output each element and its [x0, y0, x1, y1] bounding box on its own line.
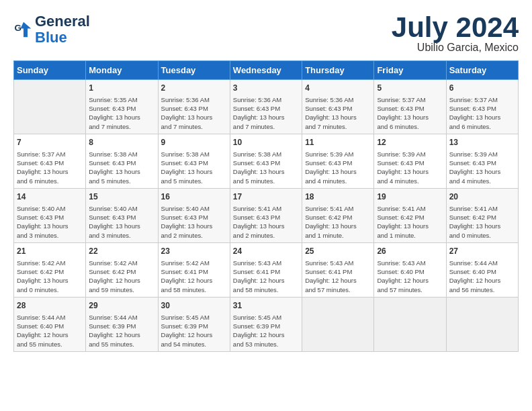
day-number: 31: [233, 300, 299, 312]
calendar-cell: [14, 80, 86, 134]
day-info: Sunrise: 5:44 AM Sunset: 6:39 PM Dayligh…: [89, 313, 154, 349]
calendar-cell: [374, 297, 446, 351]
day-info: Sunrise: 5:38 AM Sunset: 6:43 PM Dayligh…: [161, 150, 227, 185]
calendar-table: SundayMondayTuesdayWednesdayThursdayFrid…: [13, 60, 519, 352]
calendar-cell: 16Sunrise: 5:40 AM Sunset: 6:43 PM Dayli…: [158, 188, 230, 242]
day-number: 25: [305, 246, 371, 257]
calendar-cell: 7Sunrise: 5:37 AM Sunset: 6:43 PM Daylig…: [14, 134, 86, 188]
day-info: Sunrise: 5:41 AM Sunset: 6:42 PM Dayligh…: [377, 204, 443, 240]
calendar-cell: 13Sunrise: 5:39 AM Sunset: 6:43 PM Dayli…: [446, 134, 518, 188]
day-info: Sunrise: 5:44 AM Sunset: 6:40 PM Dayligh…: [449, 259, 515, 294]
day-number: 19: [377, 191, 443, 203]
day-info: Sunrise: 5:43 AM Sunset: 6:41 PM Dayligh…: [305, 259, 371, 294]
day-number: 16: [161, 191, 227, 203]
calendar-cell: 1Sunrise: 5:35 AM Sunset: 6:43 PM Daylig…: [86, 80, 158, 134]
calendar-cell: 23Sunrise: 5:42 AM Sunset: 6:41 PM Dayli…: [158, 242, 230, 297]
day-number: 13: [449, 137, 515, 148]
day-header-wednesday: Wednesday: [230, 61, 302, 80]
day-info: Sunrise: 5:36 AM Sunset: 6:43 PM Dayligh…: [305, 95, 371, 131]
calendar-cell: [446, 297, 518, 351]
day-info: Sunrise: 5:38 AM Sunset: 6:43 PM Dayligh…: [89, 150, 154, 185]
day-number: 8: [89, 137, 154, 148]
day-number: 3: [233, 83, 299, 94]
calendar-header-row: SundayMondayTuesdayWednesdayThursdayFrid…: [14, 61, 519, 80]
calendar-week-row: 7Sunrise: 5:37 AM Sunset: 6:43 PM Daylig…: [14, 134, 519, 188]
calendar-cell: 27Sunrise: 5:44 AM Sunset: 6:40 PM Dayli…: [446, 242, 518, 297]
calendar-cell: [302, 297, 374, 351]
calendar-week-row: 1Sunrise: 5:35 AM Sunset: 6:43 PM Daylig…: [14, 80, 519, 134]
logo-text: General Blue: [35, 13, 90, 46]
calendar-cell: 5Sunrise: 5:37 AM Sunset: 6:43 PM Daylig…: [374, 80, 446, 134]
calendar-cell: 15Sunrise: 5:40 AM Sunset: 6:43 PM Dayli…: [86, 188, 158, 242]
day-info: Sunrise: 5:41 AM Sunset: 6:42 PM Dayligh…: [449, 204, 515, 240]
day-info: Sunrise: 5:40 AM Sunset: 6:43 PM Dayligh…: [17, 204, 83, 240]
day-number: 21: [17, 246, 83, 257]
day-number: 15: [89, 191, 154, 203]
day-info: Sunrise: 5:39 AM Sunset: 6:43 PM Dayligh…: [449, 150, 515, 185]
logo: G General Blue: [13, 13, 90, 46]
day-info: Sunrise: 5:42 AM Sunset: 6:41 PM Dayligh…: [161, 259, 227, 294]
day-info: Sunrise: 5:44 AM Sunset: 6:40 PM Dayligh…: [17, 313, 83, 349]
day-number: 29: [89, 300, 154, 312]
calendar-cell: 22Sunrise: 5:42 AM Sunset: 6:42 PM Dayli…: [86, 242, 158, 297]
day-number: 12: [377, 137, 443, 148]
location-subtitle: Ubilio Garcia, Mexico: [392, 42, 519, 54]
day-number: 7: [17, 137, 83, 148]
day-number: 4: [305, 83, 371, 94]
day-info: Sunrise: 5:37 AM Sunset: 6:43 PM Dayligh…: [377, 95, 443, 131]
day-number: 11: [305, 137, 371, 148]
day-info: Sunrise: 5:41 AM Sunset: 6:42 PM Dayligh…: [305, 204, 371, 240]
day-header-sunday: Sunday: [14, 61, 86, 80]
day-header-tuesday: Tuesday: [158, 61, 230, 80]
title-block: July 2024 Ubilio Garcia, Mexico: [392, 13, 519, 54]
day-info: Sunrise: 5:39 AM Sunset: 6:43 PM Dayligh…: [377, 150, 443, 185]
day-info: Sunrise: 5:40 AM Sunset: 6:43 PM Dayligh…: [161, 204, 227, 240]
day-number: 28: [17, 300, 83, 312]
day-info: Sunrise: 5:43 AM Sunset: 6:40 PM Dayligh…: [377, 259, 443, 294]
day-header-saturday: Saturday: [446, 61, 518, 80]
calendar-cell: 11Sunrise: 5:39 AM Sunset: 6:43 PM Dayli…: [302, 134, 374, 188]
day-info: Sunrise: 5:45 AM Sunset: 6:39 PM Dayligh…: [161, 313, 227, 349]
day-info: Sunrise: 5:39 AM Sunset: 6:43 PM Dayligh…: [305, 150, 371, 185]
calendar-cell: 25Sunrise: 5:43 AM Sunset: 6:41 PM Dayli…: [302, 242, 374, 297]
svg-marker-1: [21, 22, 32, 38]
calendar-cell: 12Sunrise: 5:39 AM Sunset: 6:43 PM Dayli…: [374, 134, 446, 188]
svg-text:G: G: [15, 23, 22, 33]
day-info: Sunrise: 5:42 AM Sunset: 6:42 PM Dayligh…: [17, 259, 83, 294]
day-number: 22: [89, 246, 154, 257]
calendar-cell: 19Sunrise: 5:41 AM Sunset: 6:42 PM Dayli…: [374, 188, 446, 242]
day-number: 10: [233, 137, 299, 148]
day-header-friday: Friday: [374, 61, 446, 80]
day-info: Sunrise: 5:45 AM Sunset: 6:39 PM Dayligh…: [233, 313, 299, 349]
calendar-cell: 4Sunrise: 5:36 AM Sunset: 6:43 PM Daylig…: [302, 80, 374, 134]
calendar-cell: 2Sunrise: 5:36 AM Sunset: 6:43 PM Daylig…: [158, 80, 230, 134]
day-number: 2: [161, 83, 227, 94]
day-number: 30: [161, 300, 227, 312]
calendar-cell: 26Sunrise: 5:43 AM Sunset: 6:40 PM Dayli…: [374, 242, 446, 297]
logo-icon: G: [13, 19, 34, 40]
day-number: 9: [161, 137, 227, 148]
calendar-cell: 8Sunrise: 5:38 AM Sunset: 6:43 PM Daylig…: [86, 134, 158, 188]
day-header-monday: Monday: [86, 61, 158, 80]
page-header: G General Blue July 2024 Ubilio Garcia, …: [13, 13, 519, 54]
calendar-cell: 9Sunrise: 5:38 AM Sunset: 6:43 PM Daylig…: [158, 134, 230, 188]
calendar-cell: 21Sunrise: 5:42 AM Sunset: 6:42 PM Dayli…: [14, 242, 86, 297]
calendar-week-row: 14Sunrise: 5:40 AM Sunset: 6:43 PM Dayli…: [14, 188, 519, 242]
day-number: 1: [89, 83, 154, 94]
day-info: Sunrise: 5:43 AM Sunset: 6:41 PM Dayligh…: [233, 259, 299, 294]
day-number: 14: [17, 191, 83, 203]
day-number: 26: [377, 246, 443, 257]
calendar-cell: 3Sunrise: 5:36 AM Sunset: 6:43 PM Daylig…: [230, 80, 302, 134]
calendar-cell: 29Sunrise: 5:44 AM Sunset: 6:39 PM Dayli…: [86, 297, 158, 351]
day-info: Sunrise: 5:35 AM Sunset: 6:43 PM Dayligh…: [89, 95, 154, 131]
calendar-cell: 20Sunrise: 5:41 AM Sunset: 6:42 PM Dayli…: [446, 188, 518, 242]
calendar-week-row: 21Sunrise: 5:42 AM Sunset: 6:42 PM Dayli…: [14, 242, 519, 297]
day-number: 17: [233, 191, 299, 203]
day-info: Sunrise: 5:42 AM Sunset: 6:42 PM Dayligh…: [89, 259, 154, 294]
calendar-week-row: 28Sunrise: 5:44 AM Sunset: 6:40 PM Dayli…: [14, 297, 519, 351]
day-number: 6: [449, 83, 515, 94]
day-info: Sunrise: 5:36 AM Sunset: 6:43 PM Dayligh…: [161, 95, 227, 131]
day-info: Sunrise: 5:38 AM Sunset: 6:43 PM Dayligh…: [233, 150, 299, 185]
calendar-cell: 31Sunrise: 5:45 AM Sunset: 6:39 PM Dayli…: [230, 297, 302, 351]
calendar-cell: 24Sunrise: 5:43 AM Sunset: 6:41 PM Dayli…: [230, 242, 302, 297]
